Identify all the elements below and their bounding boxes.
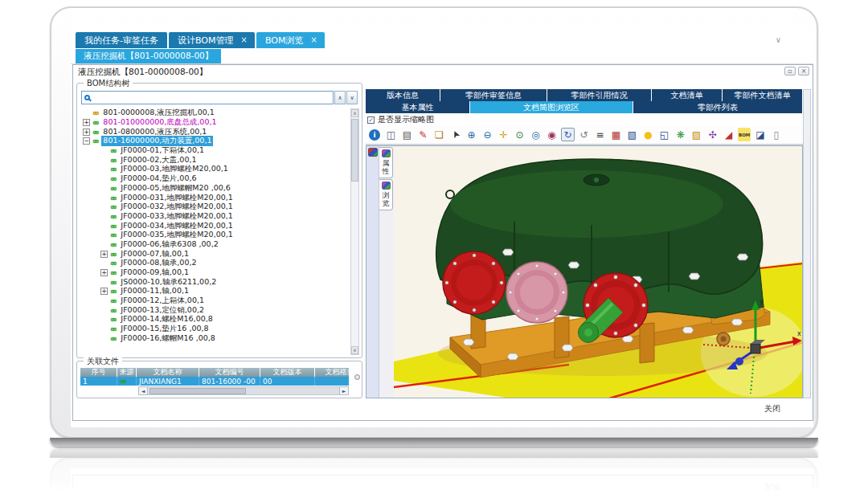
tree-item[interactable]: ∞JF0000-08,轴承,00,2 <box>80 259 350 268</box>
scroll-right-icon[interactable]: ► <box>339 386 349 395</box>
scrollbar-thumb[interactable] <box>351 119 358 182</box>
hscroll-track[interactable] <box>148 386 339 395</box>
texture-icon[interactable]: ▨ <box>690 128 703 141</box>
orbit-icon[interactable]: ↺ <box>577 128 591 141</box>
scroll-down-icon[interactable]: ∨ <box>351 346 358 354</box>
viewer-side-tab[interactable]: 属性 <box>379 147 393 178</box>
section-icon[interactable]: ◢ <box>722 128 735 141</box>
scroll-up-icon[interactable]: ∧ <box>351 109 358 117</box>
tree-item[interactable]: ∞JF0000-032,地脚螺栓M20,00,1 <box>80 202 350 212</box>
zoom-in-icon[interactable]: ⊕ <box>465 128 478 141</box>
tree-item[interactable]: +∞JF0000-11,轴,00,1 <box>80 287 350 296</box>
flange-left-red[interactable] <box>443 251 506 314</box>
tree-item[interactable]: +∞JF0000-09,轴,00,1 <box>80 268 350 278</box>
viewer-canvas[interactable]: x y <box>394 146 802 398</box>
tree-item[interactable]: +∞801-010000000,底盘总成,00,1 <box>80 118 350 128</box>
resize-handle[interactable] <box>354 374 360 380</box>
top-tab[interactable]: 设计BOM管理× <box>169 32 255 48</box>
document-tab[interactable]: 液压挖掘机【801-0000008-00】 <box>76 49 221 63</box>
fit-window-icon[interactable]: ✛ <box>497 128 510 141</box>
zoom-out-icon[interactable]: ⊖ <box>481 128 494 141</box>
detail-tab[interactable]: 文档清单 <box>652 89 723 101</box>
files-data-row[interactable]: 1∞JIANXIANG1801-16000 -0000 <box>80 377 349 386</box>
tree-item[interactable]: ∞JF0000-05,地脚螺帽M20 ,00,6 <box>80 184 350 194</box>
tree-item[interactable]: ∞JF0000-035,地脚螺栓M20,00,1 <box>80 231 350 240</box>
hscroll-thumb[interactable] <box>149 388 246 394</box>
tree-item[interactable]: ∞801-0000008,液压挖掘机,00,1 <box>80 108 350 118</box>
thumbnail-checkbox[interactable]: ✓ <box>367 116 375 124</box>
markup-pen-icon[interactable]: ✎ <box>416 128 430 141</box>
tree-item[interactable]: ∞JF0000-033,地脚螺栓M20,00,1 <box>80 212 350 222</box>
zoom-dynamic-icon[interactable]: ◎ <box>529 128 542 141</box>
tree-item[interactable]: ∞JF0000-15,垫片16 ,00,8 <box>80 325 350 334</box>
expand-icon[interactable]: + <box>100 251 108 258</box>
link-icon: ∞ <box>110 147 117 154</box>
search-prev-button[interactable]: ∧ <box>334 91 346 104</box>
tree-item[interactable]: ∞JF0000-01,下箱体,00,1 <box>80 146 350 156</box>
search-input[interactable] <box>90 92 330 103</box>
tree-item[interactable]: ∞JF0000-06,轴承6308 ,00,2 <box>80 240 350 250</box>
rotate-center-icon[interactable]: ◉ <box>545 128 559 141</box>
viewer-side-tab[interactable]: 浏览 <box>379 179 393 210</box>
tree-item[interactable]: ∞JF0000-031,地脚螺栓M20,00,1 <box>80 193 350 202</box>
info-icon[interactable]: i <box>369 129 380 141</box>
close-tab-icon[interactable]: × <box>241 36 248 44</box>
more-icon[interactable]: ▯ <box>769 128 783 141</box>
expand-icon[interactable]: + <box>100 288 108 295</box>
tree-item[interactable]: ∞JF0000-14,螺栓M16,00,8 <box>80 315 350 325</box>
expand-icon[interactable]: + <box>83 119 90 126</box>
tree-item[interactable]: ∞JF0000-16,螺帽M16 ,00,8 <box>80 334 350 344</box>
detail-tab[interactable]: 零部件引用情况 <box>547 89 652 101</box>
model-canvas[interactable]: x y <box>394 146 802 398</box>
link-icon: ∞ <box>110 269 117 276</box>
detail-tab[interactable]: 零部件审签信息 <box>440 89 547 101</box>
files-hscrollbar[interactable]: ◄ ► <box>138 386 349 395</box>
tree-item[interactable]: −∞801-16000000,动力装置,00,1 <box>80 137 350 146</box>
chevron-down-icon[interactable]: ∨ <box>776 35 781 44</box>
close-icon[interactable]: × <box>798 67 809 76</box>
animation-icon[interactable]: ▧ <box>625 128 639 141</box>
zoom-area-icon[interactable]: ⊙ <box>513 128 526 141</box>
tree-scrollbar[interactable]: ∧ ∨ <box>350 108 359 355</box>
scroll-left-icon[interactable]: ◄ <box>138 386 148 395</box>
tree-item[interactable]: ∞JS0000-10,轴承6211,00,2 <box>80 277 350 287</box>
detail-tab[interactable]: 版本信息 <box>366 89 440 101</box>
tree-item[interactable]: ∞JF0000-12,上箱体,00,1 <box>80 296 350 306</box>
pointer-icon[interactable]: ➤ <box>446 125 465 144</box>
explode-icon[interactable]: ❋ <box>674 128 687 141</box>
search-next-button[interactable]: ∨ <box>346 91 358 104</box>
expand-icon[interactable]: + <box>100 269 108 276</box>
print-icon[interactable]: ▤ <box>400 128 414 141</box>
flange-middle-pink[interactable] <box>506 262 567 323</box>
detail-tab[interactable]: 基本属性 <box>366 101 470 113</box>
close-button[interactable]: 关闭 <box>764 403 780 414</box>
top-tab[interactable]: 我的任务-审签任务 <box>76 32 167 48</box>
top-tab[interactable]: BOM浏览× <box>256 32 325 48</box>
bom-icon[interactable]: BOM <box>738 128 751 141</box>
rotate-icon[interactable]: ↻ <box>561 128 575 141</box>
light-icon[interactable]: ● <box>641 128 655 141</box>
close-tab-icon[interactable]: × <box>310 36 317 44</box>
tree-item[interactable]: ∞JF0000-02,大盖,00,1 <box>80 155 350 165</box>
tree-item[interactable]: +∞JF0000-07,轴,00,1 <box>80 249 350 259</box>
detail-tab[interactable]: 零部件文档清单 <box>723 89 803 101</box>
tree-item[interactable]: ∞JF0000-04,垫片,00,6 <box>80 174 350 184</box>
grid-table-icon[interactable]: ▦ <box>609 128 623 141</box>
snapshot-icon[interactable]: ◱ <box>657 128 671 141</box>
detail-tab[interactable]: 零部件列表 <box>633 101 803 113</box>
display-mode-icon[interactable] <box>368 148 378 157</box>
coordinate-icon[interactable]: ✣ <box>706 128 719 141</box>
tree-item[interactable]: +∞801-0800000,液压系统,00,1 <box>80 127 350 137</box>
minimize-icon[interactable]: ▫ <box>784 67 796 76</box>
collapse-icon[interactable]: − <box>83 137 90 145</box>
tree-item[interactable]: ∞JF0000-034,地脚螺栓M20,00,1 <box>80 221 350 231</box>
tree-item[interactable]: ∞JF0000-03,地脚螺栓M20,00,1 <box>80 165 350 174</box>
detail-vscrollbar[interactable] <box>803 89 811 398</box>
export-icon[interactable]: ◪ <box>753 128 767 141</box>
detail-tab[interactable]: 文档简图浏览区 <box>470 101 633 113</box>
preview-doc-icon[interactable]: ◫ <box>384 128 398 141</box>
image-edit-icon[interactable]: ❏ <box>432 128 446 141</box>
expand-icon[interactable]: + <box>83 129 90 136</box>
layers-icon[interactable]: ≡ <box>593 128 607 141</box>
tree-item[interactable]: ∞JF0000-13,定位销,00,2 <box>80 305 350 315</box>
